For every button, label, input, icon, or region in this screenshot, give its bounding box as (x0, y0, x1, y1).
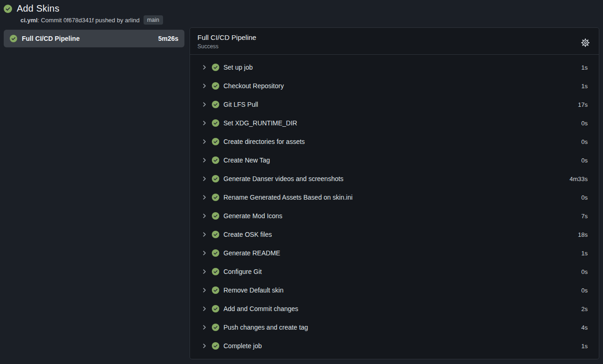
check-circle-icon (10, 35, 17, 42)
step-name: Generate README (223, 249, 280, 257)
step-duration: 0s (581, 287, 588, 294)
chevron-right-icon (201, 64, 208, 71)
chevron-right-icon (201, 83, 208, 89)
chevron-right-icon (201, 101, 208, 108)
chevron-right-icon (201, 176, 208, 182)
job-detail-panel: Full CI/CD Pipeline Success Set up job 1… (190, 27, 599, 359)
step-row[interactable]: Git LFS Pull 17s (190, 95, 599, 114)
workflow-file-name: ci.yml (20, 17, 38, 24)
step-name: Set up job (223, 64, 253, 71)
step-name: Create New Tag (223, 156, 270, 164)
step-name: Set XDG_RUNTIME_DIR (223, 119, 297, 127)
chevron-right-icon (201, 324, 208, 331)
check-circle-icon (212, 342, 219, 350)
run-layout: Full CI/CD Pipeline 5m26s Full CI/CD Pip… (0, 27, 603, 359)
chevron-right-icon (201, 287, 208, 293)
chevron-right-icon (201, 213, 208, 219)
step-name: Add and Commit changes (223, 305, 298, 312)
sidebar-job-item[interactable]: Full CI/CD Pipeline 5m26s (4, 30, 184, 47)
step-duration: 2s (581, 306, 588, 312)
step-row[interactable]: Checkout Repository 1s (190, 77, 599, 95)
step-name: Git LFS Pull (223, 101, 258, 108)
panel-job-status: Success (197, 43, 591, 50)
step-row[interactable]: Add and Commit changes 2s (190, 299, 599, 318)
check-circle-icon (212, 64, 219, 71)
check-circle-icon (212, 82, 219, 90)
chevron-right-icon (201, 157, 208, 163)
chevron-right-icon (201, 194, 208, 201)
check-circle-icon (212, 175, 219, 182)
step-duration: 0s (581, 138, 588, 145)
chevron-right-icon (201, 268, 208, 275)
check-circle-icon (212, 212, 219, 220)
check-circle-icon (212, 156, 219, 164)
job-name: Full CI/CD Pipeline (22, 35, 79, 42)
run-status-check-circle-icon (4, 5, 12, 13)
check-circle-icon (212, 194, 219, 201)
step-row[interactable]: Remove Default skin 0s (190, 281, 599, 299)
step-name: Configure Git (223, 268, 262, 275)
step-row[interactable]: Configure Git 0s (190, 262, 599, 281)
panel-header: Full CI/CD Pipeline Success (190, 28, 599, 55)
step-duration: 1s (581, 64, 588, 71)
step-row[interactable]: Generate README 1s (190, 244, 599, 262)
step-name: Checkout Repository (223, 82, 284, 90)
commit-hash-link[interactable]: 0f678d341f (63, 17, 93, 24)
step-name: Rename Generated Assets Based on skin.in… (223, 194, 353, 201)
step-duration: 1s (581, 343, 588, 350)
panel-job-title: Full CI/CD Pipeline (197, 33, 591, 41)
step-row[interactable]: Generate Mod Icons 7s (190, 207, 599, 225)
job-settings-button[interactable] (580, 38, 590, 48)
check-circle-icon (212, 138, 219, 145)
check-circle-icon (212, 286, 219, 294)
pushed-by-text: pushed by arlind (94, 17, 140, 24)
chevron-right-icon (201, 343, 208, 349)
step-row[interactable]: Set XDG_RUNTIME_DIR 0s (190, 114, 599, 132)
check-circle-icon (212, 231, 219, 238)
step-row[interactable]: Complete job 1s (190, 337, 599, 355)
step-row[interactable]: Create directories for assets 0s (190, 132, 599, 151)
step-duration: 0s (581, 194, 588, 201)
step-duration: 7s (581, 213, 588, 220)
job-duration: 5m26s (158, 35, 178, 42)
steps-list: Set up job 1s Checkout Repository 1s Git… (190, 55, 599, 358)
step-duration: 17s (578, 101, 588, 108)
step-name: Create OSK files (223, 231, 272, 238)
step-duration: 0s (581, 120, 588, 127)
chevron-right-icon (201, 306, 208, 312)
check-circle-icon (212, 119, 219, 127)
step-duration: 0s (581, 268, 588, 275)
branch-badge[interactable]: main (144, 15, 163, 25)
step-name: Generate Danser videos and screenshots (223, 175, 343, 182)
commit-text: : Commit (38, 17, 64, 24)
step-name: Create directories for assets (223, 138, 305, 145)
jobs-sidebar: Full CI/CD Pipeline 5m26s (4, 27, 184, 47)
step-name: Push changes and create tag (223, 324, 308, 331)
step-row[interactable]: Rename Generated Assets Based on skin.in… (190, 188, 599, 207)
step-row[interactable]: Push changes and create tag 4s (190, 318, 599, 337)
run-header: Add Skins ci.yml: Commit 0f678d341f push… (0, 0, 603, 27)
step-row[interactable]: Create New Tag 0s (190, 151, 599, 169)
check-circle-icon (212, 268, 219, 275)
step-duration: 1s (581, 250, 588, 257)
step-duration: 4s (581, 324, 588, 331)
step-name: Generate Mod Icons (223, 212, 282, 220)
check-circle-icon (212, 101, 219, 108)
chevron-right-icon (201, 250, 208, 256)
step-duration: 4m33s (570, 176, 588, 182)
step-duration: 0s (581, 157, 588, 164)
step-name: Complete job (223, 342, 262, 350)
step-duration: 1s (581, 83, 588, 90)
gear-icon (581, 39, 590, 47)
step-row[interactable]: Generate Danser videos and screenshots 4… (190, 169, 599, 188)
chevron-right-icon (201, 120, 208, 126)
check-circle-icon (212, 249, 219, 257)
check-circle-icon (212, 305, 219, 312)
chevron-right-icon (201, 231, 208, 238)
step-row[interactable]: Create OSK files 18s (190, 225, 599, 244)
step-duration: 18s (578, 231, 588, 238)
page-title: Add Skins (17, 3, 59, 14)
step-row[interactable]: Set up job 1s (190, 58, 599, 77)
check-circle-icon (212, 324, 219, 331)
chevron-right-icon (201, 138, 208, 145)
